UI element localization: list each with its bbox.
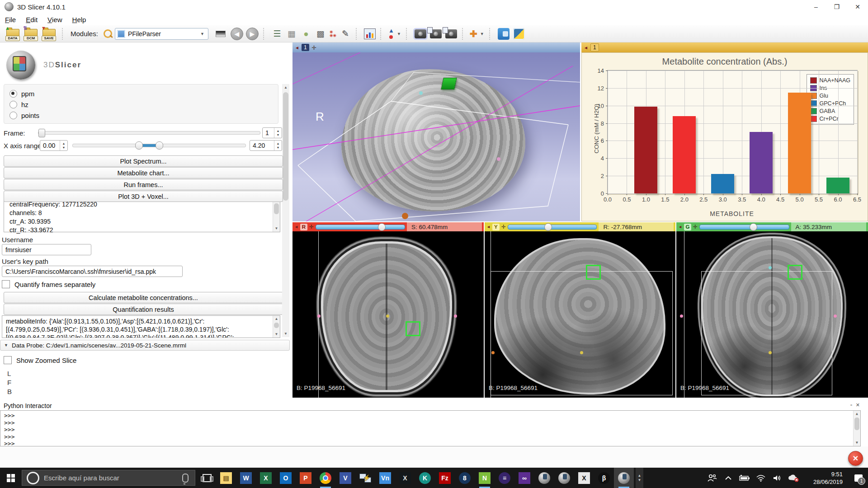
menu-edit[interactable]: Edit (21, 14, 42, 25)
menu-file[interactable]: File (0, 14, 21, 25)
metabbox-scrollbar[interactable]: ▲▼ (273, 316, 280, 338)
radio-hz[interactable] (9, 101, 17, 108)
taskbar-app-filezilla[interactable]: Fz (435, 468, 455, 488)
xaxis-min-spinbox[interactable]: 0.00▲▼ (40, 140, 68, 151)
slice-viewport-red[interactable]: B: P19968_56691 (292, 231, 484, 398)
onedrive-error-icon[interactable] (787, 468, 800, 488)
view-pin-icon[interactable]: ◄ (678, 225, 682, 229)
taskbar-app-mplab-x-ide[interactable]: X (395, 468, 415, 488)
python-undock-icon[interactable]: ▫ (850, 402, 852, 408)
crosshair-dropdown[interactable]: ▼ (478, 32, 486, 36)
python-console-scrollbar[interactable]: ▲▼ (853, 411, 860, 446)
load-dicom-button[interactable]: ⇅DCM (23, 27, 39, 41)
start-button[interactable] (0, 468, 22, 488)
notification-center-button[interactable]: 1 (849, 468, 868, 488)
people-icon[interactable] (705, 468, 719, 488)
taskbar-app-xming[interactable]: X (574, 468, 594, 488)
quantify-checkbox[interactable] (2, 280, 10, 288)
slice-view-yellow[interactable]: ◄Y✛R: -27.768mmB: P19968_56691 (485, 222, 675, 398)
minimize-button[interactable]: – (806, 0, 826, 14)
microphone-icon[interactable] (182, 474, 189, 483)
taskbar-app-visio[interactable]: V (335, 468, 355, 488)
save-button[interactable]: ▼SAVE (41, 27, 57, 41)
metabolite-chart-button[interactable]: Metabolite chart... (4, 167, 283, 178)
menu-view[interactable]: View (42, 14, 67, 25)
scene-view-restore-icon[interactable] (445, 29, 457, 38)
frame-spinbox[interactable]: 1▲▼ (262, 127, 282, 138)
taskbar-app-putty[interactable]: ⚡ (355, 468, 375, 488)
slice-viewport-yellow[interactable]: B: P19968_56691 (485, 231, 675, 398)
taskbar-app-powerpoint[interactable]: P (296, 468, 316, 488)
load-data-button[interactable]: ▲DATA (5, 27, 21, 41)
slice-view-green[interactable]: ◄G✛A: 35.233mmB: P19968_56691 (676, 222, 868, 398)
slice-offset-slider[interactable] (316, 225, 405, 230)
module-history-back-button[interactable]: ◀ (231, 28, 243, 40)
taskbar-app-file-explorer[interactable]: ▤ (216, 468, 236, 488)
taskbar-app-visual-studio[interactable]: ∞ (514, 468, 534, 488)
data-probe-collapsible[interactable]: ▼ Data Probe: C:/dev/1.namic/scenes/av..… (0, 340, 290, 351)
python-close-icon[interactable]: ✕ (856, 402, 860, 408)
module-selector-combobox[interactable]: PFileParser▼ (115, 28, 208, 40)
view-pin-icon[interactable]: ◄ (294, 225, 298, 229)
pushpin-icon[interactable]: ✛ (311, 44, 316, 51)
keypath-input[interactable]: C:\Users\FranciscoMarcano\.ssh\fmrsiuser… (2, 266, 183, 277)
taskbar-app-vnc-viewer[interactable]: Vn (375, 468, 395, 488)
show-zoomed-slice-row[interactable]: Show Zoomed Slice (4, 356, 76, 364)
taskbar-overflow-scroll[interactable]: ▲▼ (636, 468, 643, 488)
panel-scrollbar[interactable]: ▲▼ (282, 84, 289, 337)
slice-link-icon[interactable]: ✛ (309, 224, 314, 230)
floating-close-button[interactable]: ✕ (848, 451, 863, 466)
wifi-icon[interactable] (754, 468, 768, 488)
slice-offset-slider[interactable] (699, 225, 789, 230)
module-history-forward-button[interactable]: ▶ (246, 28, 259, 40)
transforms-pen-icon[interactable]: ✎ (339, 28, 352, 40)
radio-points[interactable] (9, 112, 17, 119)
volumes-cube-icon[interactable]: ▦ (285, 28, 298, 40)
username-input[interactable]: fmrsiuser (2, 244, 91, 255)
quantification-results-button[interactable]: Quantification results (4, 304, 283, 315)
taskbar-app-keepass[interactable]: 8 (455, 468, 475, 488)
taskbar-app-excel[interactable]: X (256, 468, 276, 488)
extensions-manager-icon[interactable] (498, 28, 509, 40)
markups-fiducial-icon[interactable]: ✳✳✳ (330, 30, 336, 38)
quantify-checkbox-row[interactable]: Quantify frames separately (2, 280, 95, 288)
unit-option-points[interactable]: points (9, 110, 273, 121)
taskbar-app-eclipse[interactable]: ≡ (495, 468, 514, 488)
taskbar-app-slicer-window-2[interactable] (554, 468, 574, 488)
screenshot-icon[interactable] (415, 29, 426, 38)
view-pin-icon[interactable]: ◄ (584, 45, 588, 50)
taskbar-app-slicer-window-1[interactable] (534, 468, 554, 488)
voxel-roi-box[interactable] (788, 265, 802, 280)
taskbar-app-word[interactable]: W (236, 468, 256, 488)
module-search-icon[interactable] (104, 29, 112, 38)
maximize-button[interactable]: ❐ (826, 0, 847, 14)
slice-offset-slider[interactable] (508, 225, 597, 230)
menu-help[interactable]: Help (67, 14, 91, 25)
layout-selector-icon[interactable] (364, 28, 376, 39)
chevron-up-icon[interactable] (722, 468, 735, 488)
volume-rendering-sphere-icon[interactable]: ● (300, 28, 312, 40)
taskbar-app-slicer-active[interactable] (614, 468, 634, 488)
module-panel-toggle-icon[interactable] (216, 31, 226, 37)
plot-spectrum-button[interactable]: Plot Spectrum... (4, 155, 283, 167)
taskbar-app-chrome[interactable] (316, 468, 335, 488)
view-pin-icon[interactable]: ◄ (486, 225, 491, 229)
taskbar-clock[interactable]: 9:51 28/06/2019 (807, 470, 843, 486)
volume-icon[interactable] (770, 468, 784, 488)
unit-option-ppm[interactable]: ppm (9, 88, 273, 99)
radio-ppm[interactable] (9, 90, 17, 98)
taskbar-search[interactable]: Escribe aquí para buscar (22, 470, 195, 486)
task-view-button[interactable] (198, 468, 216, 488)
taskbar-app-gitkraken[interactable]: K (415, 468, 435, 488)
taskbar-app-outlook[interactable]: O (276, 468, 296, 488)
slice-link-icon[interactable]: ✛ (693, 224, 698, 230)
xaxis-max-spinbox[interactable]: 4.20▲▼ (250, 140, 282, 151)
xaxis-range-slider[interactable] (72, 144, 246, 147)
view-3d-viewport[interactable]: R (292, 52, 580, 221)
models-mesh-icon[interactable]: ▩ (314, 28, 327, 40)
view-3d[interactable]: ◄ 1 ✛ R (292, 42, 580, 221)
plot-3d-voxel-button[interactable]: Plot 3D + Voxel... (4, 191, 283, 202)
place-fiducial-dropdown[interactable]: ▼ (395, 32, 403, 36)
battery-icon[interactable] (738, 468, 751, 488)
roi-cube-marker[interactable] (441, 78, 457, 89)
